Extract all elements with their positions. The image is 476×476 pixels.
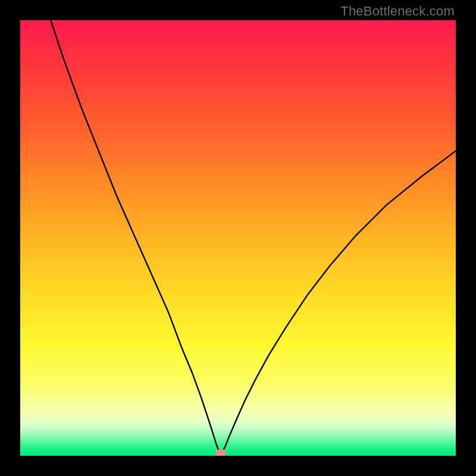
optimum-marker [215, 449, 226, 456]
curve-layer [20, 20, 456, 456]
plot-area [20, 20, 456, 456]
chart-frame: TheBottleneck.com [0, 0, 476, 476]
attribution-text: TheBottleneck.com [340, 4, 455, 19]
bottleneck-curve [51, 20, 456, 456]
